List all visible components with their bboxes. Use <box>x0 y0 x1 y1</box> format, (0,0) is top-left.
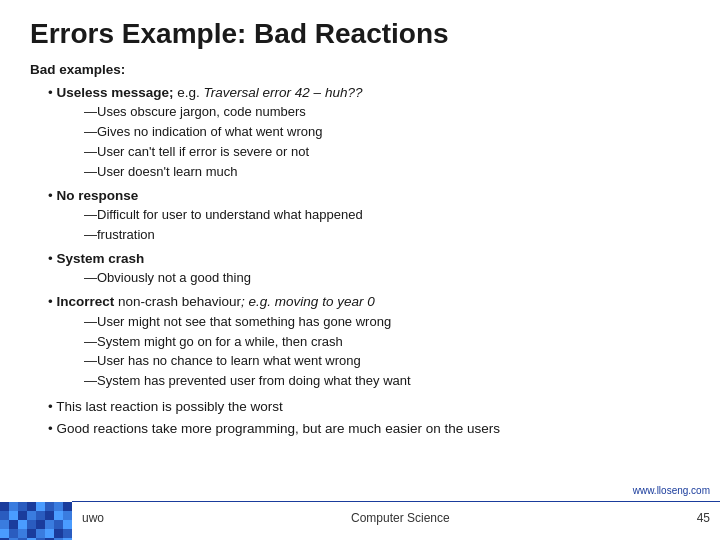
bullet-1-prefix: • Useless message; e.g. Traversal error … <box>48 83 362 103</box>
mosaic-cell <box>63 520 72 529</box>
bullet-4-prefix: • Incorrect non-crash behaviour; e.g. mo… <box>48 292 375 312</box>
final-bullet-2: • Good reactions take more programming, … <box>48 419 690 439</box>
bullet-3-prefix: • System crash <box>48 249 144 269</box>
footer-left: uwo <box>82 511 104 525</box>
list-item: —Difficult for user to understand what h… <box>84 206 690 225</box>
footer-right: 45 <box>697 511 710 525</box>
bullet-1-italic: Traversal error 42 – huh?? <box>204 85 363 100</box>
slide-content: Bad examples: • Useless message; e.g. Tr… <box>30 60 690 438</box>
website-watermark: www.lloseng.com <box>633 485 710 496</box>
mosaic-decoration <box>0 502 72 540</box>
mosaic-cell <box>18 511 27 520</box>
bullet-2-head: • No response <box>48 186 690 206</box>
mosaic-cell <box>9 511 18 520</box>
slide: Errors Example: Bad Reactions Bad exampl… <box>0 0 720 540</box>
list-item: —System has prevented user from doing wh… <box>84 372 690 391</box>
list-item: —Uses obscure jargon, code numbers <box>84 103 690 122</box>
mosaic-cell <box>54 520 63 529</box>
bullet-4-bold: Incorrect <box>56 294 114 309</box>
bullet-1: • Useless message; e.g. Traversal error … <box>48 83 690 182</box>
mosaic-cell <box>36 502 45 511</box>
slide-title: Errors Example: Bad Reactions <box>30 18 690 50</box>
list-item: —Obviously not a good thing <box>84 269 690 288</box>
bullet-3: • System crash —Obviously not a good thi… <box>48 249 690 288</box>
list-item: —User can't tell if error is severe or n… <box>84 143 690 162</box>
footer-bar: uwo Computer Science 45 <box>0 502 720 540</box>
bullet-4: • Incorrect non-crash behaviour; e.g. mo… <box>48 292 690 391</box>
bullet-1-subitems: —Uses obscure jargon, code numbers —Give… <box>84 103 690 181</box>
mosaic-cell <box>27 520 36 529</box>
mosaic-cell <box>54 511 63 520</box>
mosaic-cell <box>9 520 18 529</box>
list-item: —User doesn't learn much <box>84 163 690 182</box>
final-bullet-2-text: • Good reactions take more programming, … <box>48 421 500 436</box>
mosaic-cell <box>36 511 45 520</box>
mosaic-cell <box>45 520 54 529</box>
mosaic-cell <box>54 529 63 538</box>
final-bullet-1: • This last reaction is possibly the wor… <box>48 397 690 417</box>
mosaic-cell <box>63 502 72 511</box>
mosaic-cell <box>18 529 27 538</box>
footer-text-area: uwo Computer Science 45 <box>72 511 720 531</box>
bullet-2-bold: No response <box>56 188 138 203</box>
mosaic-cell <box>9 529 18 538</box>
footer-center: Computer Science <box>351 511 450 525</box>
list-item: —User has no chance to learn what went w… <box>84 352 690 371</box>
list-item: —Gives no indication of what went wrong <box>84 123 690 142</box>
mosaic-cell <box>63 529 72 538</box>
mosaic-cell <box>54 502 63 511</box>
list-item: —frustration <box>84 226 690 245</box>
bullet-3-bold: System crash <box>56 251 144 266</box>
mosaic-cell <box>45 511 54 520</box>
bad-examples-label: Bad examples: <box>30 60 690 80</box>
bullet-3-head: • System crash <box>48 249 690 269</box>
mosaic-cell <box>18 520 27 529</box>
mosaic-cell <box>36 529 45 538</box>
mosaic-cell <box>0 502 9 511</box>
list-item: —System might go on for a while, then cr… <box>84 333 690 352</box>
mosaic-cell <box>27 502 36 511</box>
bullet-1-head: • Useless message; e.g. Traversal error … <box>48 83 690 103</box>
bullet-4-italic: ; e.g. moving to year 0 <box>241 294 375 309</box>
bullet-2-prefix: • No response <box>48 186 138 206</box>
bullet-2-subitems: —Difficult for user to understand what h… <box>84 206 690 245</box>
list-item: —User might not see that something has g… <box>84 313 690 332</box>
mosaic-cell <box>45 502 54 511</box>
mosaic-cell <box>45 529 54 538</box>
mosaic-cell <box>36 520 45 529</box>
mosaic-cell <box>0 529 9 538</box>
bullet-1-bold: Useless message; <box>56 85 177 100</box>
mosaic-cell <box>18 502 27 511</box>
mosaic-cell <box>27 511 36 520</box>
final-bullet-1-text: • This last reaction is possibly the wor… <box>48 399 283 414</box>
bullet-4-head: • Incorrect non-crash behaviour; e.g. mo… <box>48 292 690 312</box>
mosaic-cell <box>0 511 9 520</box>
mosaic-cell <box>27 529 36 538</box>
mosaic-cell <box>63 511 72 520</box>
bullet-2: • No response —Difficult for user to und… <box>48 186 690 245</box>
mosaic-cell <box>9 502 18 511</box>
mosaic-cell <box>0 520 9 529</box>
bullet-4-subitems: —User might not see that something has g… <box>84 313 690 391</box>
bullet-3-subitems: —Obviously not a good thing <box>84 269 690 288</box>
